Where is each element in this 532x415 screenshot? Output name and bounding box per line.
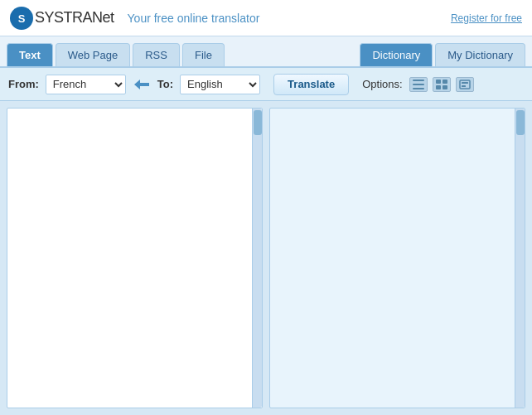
- svg-rect-7: [443, 80, 447, 84]
- tab-webpage[interactable]: Web Page: [56, 43, 130, 66]
- source-text-panel: [7, 108, 263, 408]
- register-link[interactable]: Register for free: [451, 12, 522, 24]
- header: S SYSTRANet Your free online translator …: [0, 0, 532, 36]
- option-icon-2[interactable]: [433, 77, 451, 92]
- source-textarea[interactable]: [7, 109, 252, 408]
- to-language-select[interactable]: English French German Spanish Italian Po…: [180, 75, 260, 94]
- swap-languages-button[interactable]: [133, 78, 151, 91]
- main-content: [0, 101, 532, 415]
- option-icon-1[interactable]: [409, 77, 428, 92]
- tab-dictionary[interactable]: Dictionary: [360, 43, 433, 66]
- tab-mydictionary[interactable]: My Dictionary: [435, 43, 525, 66]
- logo-brand: SYSTRANet: [35, 9, 114, 27]
- header-tagline: Your free online translator: [128, 12, 260, 25]
- svg-rect-6: [436, 80, 441, 84]
- source-scrollbar-thumb: [254, 110, 262, 135]
- tab-text[interactable]: Text: [7, 43, 53, 66]
- result-textarea[interactable]: [270, 109, 515, 408]
- svg-rect-10: [460, 80, 470, 89]
- svg-marker-2: [134, 80, 149, 89]
- svg-text:S: S: [18, 12, 26, 25]
- options-label: Options:: [362, 78, 402, 90]
- option-icons: [409, 77, 474, 92]
- logo-icon: S: [10, 7, 33, 30]
- from-language-select[interactable]: French English German Spanish Italian Po…: [46, 75, 126, 94]
- svg-rect-8: [436, 85, 441, 89]
- translate-button[interactable]: Translate: [273, 74, 349, 95]
- result-scrollbar[interactable]: [515, 109, 525, 408]
- option-icon-3[interactable]: [456, 77, 474, 92]
- tab-bar: Text Web Page RSS File Dictionary My Dic…: [0, 36, 532, 68]
- tab-rss[interactable]: RSS: [133, 43, 180, 66]
- svg-rect-9: [443, 85, 447, 89]
- svg-rect-11: [462, 82, 468, 84]
- svg-rect-3: [413, 80, 424, 81]
- svg-rect-4: [413, 84, 424, 85]
- result-text-panel: [269, 108, 525, 408]
- tab-file[interactable]: File: [182, 43, 225, 66]
- toolbar: From: French English German Spanish Ital…: [0, 68, 532, 101]
- svg-rect-5: [413, 88, 424, 89]
- source-scrollbar[interactable]: [252, 109, 262, 408]
- to-label: To:: [157, 78, 173, 90]
- logo: S SYSTRANet: [10, 7, 114, 30]
- svg-rect-12: [462, 85, 466, 87]
- result-scrollbar-thumb: [516, 110, 525, 135]
- from-label: From:: [8, 78, 39, 90]
